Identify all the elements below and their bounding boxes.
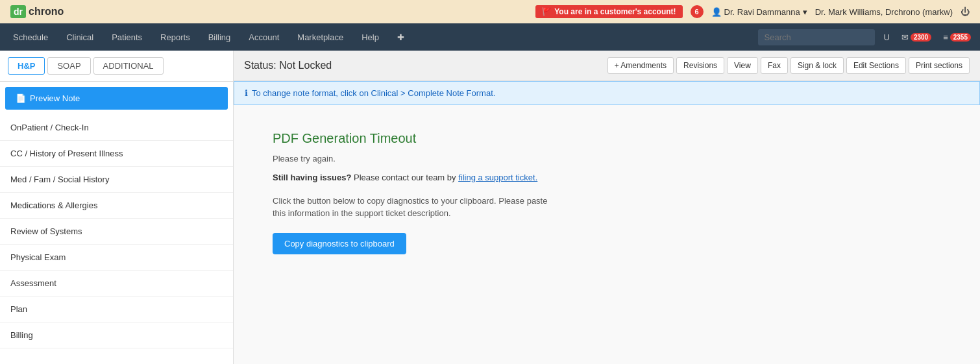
msg-count: 2300 [911,33,931,42]
edit-sections-button[interactable]: Edit Sections [846,57,906,74]
sign-lock-button[interactable]: Sign & lock [790,57,844,74]
user-icon: 👤 [711,7,722,17]
sidebar-item-physical[interactable]: Physical Exam [0,245,233,271]
nav-item-help[interactable]: Help [354,29,387,46]
content-header: Status: Not Locked + Amendments Revision… [234,51,980,81]
preview-note-button[interactable]: 📄 Preview Note [5,87,228,110]
sidebar: H&P SOAP ADDITIONAL 📄 Preview Note OnPat… [0,51,234,364]
status-value: Not Locked [276,60,332,71]
sidebar-item-onpatient[interactable]: OnPatient / Check-In [0,115,233,141]
status-text: Status: Not Locked [244,60,332,71]
banner-left: dr chrono [10,5,64,18]
error-subtitle: Please try again. [273,154,941,164]
menu-icon[interactable]: ≡ 2355 [939,31,975,43]
nav-item-schedule[interactable]: Schedule [5,29,56,46]
info-icon: ℹ [245,88,248,98]
nav-item-clinical[interactable]: Clinical [58,29,101,46]
nav-item-reports[interactable]: Reports [153,29,198,46]
logo[interactable]: dr chrono [10,5,64,18]
nav-item-patients[interactable]: Patients [104,29,150,46]
logo-chrono: chrono [29,6,64,18]
doctor-name[interactable]: 👤 Dr. Ravi Dammanna ▾ [711,7,807,17]
main-layout: H&P SOAP ADDITIONAL 📄 Preview Note OnPat… [0,51,980,364]
sidebar-item-billing[interactable]: Billing [0,322,233,348]
sidebar-item-medications[interactable]: Medications & Allergies [0,193,233,219]
menu-count: 2355 [950,33,971,42]
still-having-issues: Still having issues? [273,173,351,182]
nav-item-account[interactable]: Account [241,29,287,46]
nav-bar: Schedule Clinical Patients Reports Billi… [0,23,980,51]
tab-hp[interactable]: H&P [8,57,45,75]
fax-button[interactable]: Fax [761,57,788,74]
sidebar-tabs: H&P SOAP ADDITIONAL [0,51,233,82]
preview-note-label: Preview Note [30,93,80,103]
customer-badge: 🚩 You are in a customer's account! [535,5,682,18]
document-icon: 📄 [16,93,26,103]
search-input[interactable] [758,29,875,45]
error-content: PDF Generation Timeout Please try again.… [234,105,980,280]
envelope-icon: ✉ [901,32,909,42]
top-banner: dr chrono 🚩 You are in a customer's acco… [0,0,980,23]
diagnostics-intro: Click the button below to copy diagnosti… [273,196,547,206]
view-button[interactable]: View [727,57,758,74]
underline-icon[interactable]: U [880,31,894,43]
user-info: Dr. Mark Williams, Drchrono (markw) [815,7,953,17]
tab-additional[interactable]: ADDITIONAL [93,57,164,75]
header-actions: + Amendments Revisions View Fax Sign & l… [607,57,970,74]
nav-search: U ✉ 2300 ≡ 2355 [758,29,975,45]
support-middle: Please contact our team by [354,173,458,182]
info-banner-text: To change note format, click on Clinical… [252,88,495,98]
doctor-name-text: Dr. Ravi Dammanna [724,7,800,17]
logo-dr: dr [10,5,26,18]
sidebar-item-review[interactable]: Review of Systems [0,219,233,245]
sidebar-item-assessment[interactable]: Assessment [0,271,233,297]
print-sections-button[interactable]: Print sections [909,57,970,74]
sidebar-item-cc[interactable]: CC / History of Present Illness [0,141,233,167]
chevron-down-icon: ▾ [803,7,807,17]
nav-extra-icon[interactable]: ✚ [389,29,412,46]
copy-diagnostics-button[interactable]: Copy diagnostics to clipboard [273,233,406,254]
power-icon[interactable]: ⏻ [961,6,970,17]
tab-soap[interactable]: SOAP [47,57,90,75]
flag-icon: 🚩 [542,7,552,16]
nav-item-billing[interactable]: Billing [201,29,239,46]
customer-badge-text: You are in a customer's account! [554,7,676,16]
banner-center: 🚩 You are in a customer's account! 6 👤 D… [535,5,970,18]
amendments-button[interactable]: + Amendments [607,57,674,74]
notification-badge[interactable]: 6 [691,5,704,18]
error-description: Click the button below to copy diagnosti… [273,195,941,220]
nav-icons: U ✉ 2300 ≡ 2355 [880,31,975,43]
error-title: PDF Generation Timeout [273,131,941,146]
revisions-button[interactable]: Revisions [676,57,724,74]
error-support: Still having issues? Please contact our … [273,171,941,184]
sidebar-item-plan[interactable]: Plan [0,297,233,322]
messages-icon[interactable]: ✉ 2300 [898,31,935,43]
diagnostics-intro2: this information in the support ticket d… [273,208,451,218]
sidebar-item-med-fam[interactable]: Med / Fam / Social History [0,167,233,193]
content-area: Status: Not Locked + Amendments Revision… [234,51,980,364]
hamburger-icon: ≡ [943,32,948,42]
status-prefix: Status: [244,60,276,71]
support-ticket-link[interactable]: filing a support ticket. [458,173,537,182]
nav-item-marketplace[interactable]: Marketplace [289,29,351,46]
info-banner: ℹ To change note format, click on Clinic… [234,81,980,105]
